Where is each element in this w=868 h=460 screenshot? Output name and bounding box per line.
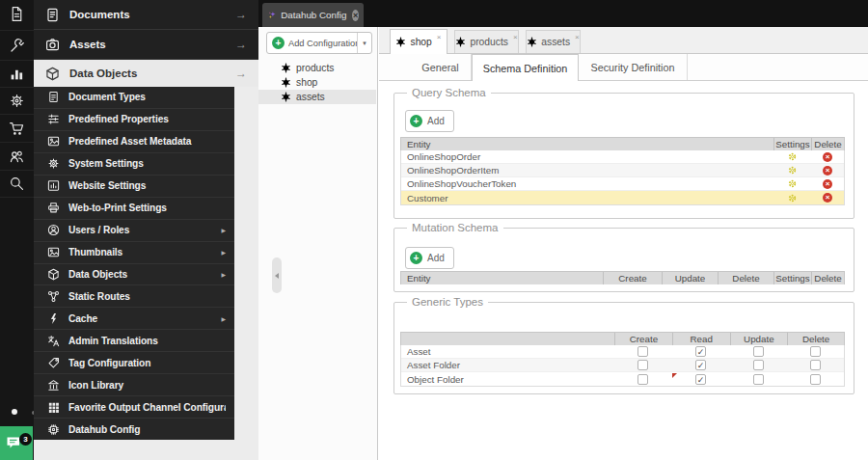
menu-item-tag-configuration[interactable]: Tag Configuration xyxy=(34,352,234,374)
menu-item-website-settings[interactable]: Website Settings xyxy=(34,176,234,198)
delete-checkbox[interactable] xyxy=(810,346,821,357)
table-row[interactable]: Asset Folder ✓ xyxy=(401,359,844,372)
tab-general[interactable]: General xyxy=(410,54,472,80)
column-header-update[interactable]: Update xyxy=(730,333,788,345)
menu-item-static-routes[interactable]: Static Routes xyxy=(34,285,234,308)
tab-schema-definition[interactable]: Schema Definition xyxy=(472,54,579,81)
menu-item-favorite-output-channel-configurations[interactable]: Favorite Output Channel Configurations xyxy=(34,396,234,419)
update-checkbox[interactable] xyxy=(753,346,764,357)
create-checkbox[interactable] xyxy=(637,360,648,370)
add-configuration-label: Add Configuration xyxy=(288,39,357,48)
menu-item-admin-translations[interactable]: Admin Translations xyxy=(34,330,234,352)
tab-security-definition[interactable]: Security Definition xyxy=(579,54,688,80)
sidebar-accordion: Documents Assets Data Objects xyxy=(34,0,258,87)
create-checkbox[interactable] xyxy=(637,374,648,385)
column-header-entity[interactable]: Entity xyxy=(401,138,773,150)
menu-item-data-objects[interactable]: Data Objects xyxy=(34,264,234,286)
generic-types-grid: Create Read Update Delete Asset ✓ xyxy=(400,332,845,387)
magnifier-icon[interactable] xyxy=(9,176,25,192)
column-header-entity[interactable]: Entity xyxy=(401,272,603,284)
column-header-delete[interactable]: Delete xyxy=(718,272,773,284)
delete-icon[interactable] xyxy=(823,166,832,176)
accordion-item-data-objects[interactable]: Data Objects xyxy=(34,60,258,87)
menu-item-document-types[interactable]: Document Types xyxy=(34,87,234,109)
create-checkbox[interactable] xyxy=(637,346,648,357)
table-row-selected[interactable]: Customer xyxy=(401,191,844,204)
close-icon[interactable] xyxy=(437,33,442,41)
wrench-icon[interactable] xyxy=(9,38,25,54)
delete-icon[interactable] xyxy=(823,152,832,162)
accordion-item-documents[interactable]: Documents xyxy=(34,0,258,30)
tab-products[interactable]: products xyxy=(454,30,519,53)
menu-item-predefined-properties[interactable]: Predefined Properties xyxy=(34,109,234,131)
menu-item-system-settings[interactable]: System Settings xyxy=(34,153,234,176)
notifications-button[interactable]: 3 xyxy=(0,426,33,460)
delete-icon[interactable] xyxy=(823,193,832,203)
table-row[interactable]: OnlineShopOrderItem xyxy=(401,164,844,177)
add-mutation-entity-button[interactable]: Add xyxy=(405,247,454,269)
tab-shop[interactable]: shop xyxy=(390,29,448,54)
user-group-icon[interactable] xyxy=(9,149,25,165)
accordion-item-assets[interactable]: Assets xyxy=(34,30,258,60)
tab-label: General xyxy=(421,62,458,73)
menu-item-datahub-config[interactable]: Datahub Config xyxy=(34,419,234,440)
shopping-cart-icon[interactable] xyxy=(9,121,25,137)
bar-chart-icon[interactable] xyxy=(9,66,25,82)
list-item-products[interactable]: products xyxy=(258,61,376,75)
list-item-shop[interactable]: shop xyxy=(258,75,376,90)
chevron-right-icon xyxy=(221,315,226,322)
close-icon[interactable] xyxy=(352,10,359,21)
tab-label: shop xyxy=(410,37,431,47)
settings-gear-icon[interactable] xyxy=(787,151,798,162)
column-header-update[interactable]: Update xyxy=(662,272,718,284)
add-configuration-button[interactable]: Add Configuration xyxy=(266,32,372,54)
menu-item-label: Predefined Asset Metadata xyxy=(68,136,226,147)
menu-item-web-to-print-settings[interactable]: Web-to-Print Settings xyxy=(34,198,234,220)
delete-checkbox[interactable] xyxy=(810,374,821,385)
collapse-panel-handle[interactable] xyxy=(272,257,282,293)
column-header-settings[interactable]: Settings xyxy=(773,138,811,150)
delete-icon[interactable] xyxy=(823,179,832,189)
add-button-label: Add xyxy=(427,253,445,263)
column-header-create[interactable]: Create xyxy=(603,272,662,284)
tab-datahub-config[interactable]: Datahub Config xyxy=(262,3,364,27)
table-row[interactable]: Asset ✓ xyxy=(401,345,844,359)
column-header-delete[interactable]: Delete xyxy=(787,333,844,345)
close-icon[interactable] xyxy=(575,33,580,41)
tab-assets[interactable]: assets xyxy=(526,30,581,53)
list-item-assets[interactable]: assets xyxy=(258,90,376,104)
menu-item-thumbnails[interactable]: Thumbnails xyxy=(34,242,234,264)
read-checkbox[interactable]: ✓ xyxy=(695,374,706,385)
read-checkbox[interactable]: ✓ xyxy=(695,346,706,357)
hexagram-icon xyxy=(281,63,291,73)
settings-gear-icon[interactable] xyxy=(787,165,798,176)
table-row[interactable]: OnlineShopOrder xyxy=(401,150,844,164)
update-checkbox[interactable] xyxy=(753,374,764,385)
settings-gear-icon[interactable] xyxy=(787,193,798,203)
column-header-delete[interactable]: Delete xyxy=(811,272,844,284)
menu-item-users-roles[interactable]: Users / Roles xyxy=(34,220,234,242)
close-icon[interactable] xyxy=(513,33,518,41)
column-header-type[interactable] xyxy=(401,333,614,345)
column-header-delete[interactable]: Delete xyxy=(811,138,844,150)
query-schema-fieldset: Query Schema Add Entity Settings Delete … xyxy=(393,93,854,219)
gear-icon[interactable] xyxy=(9,93,25,109)
documents-file-icon[interactable] xyxy=(9,6,25,22)
add-query-entity-button[interactable]: Add xyxy=(405,110,454,132)
column-header-read[interactable]: Read xyxy=(672,333,730,345)
table-row[interactable]: OnlineShopVoucherToken xyxy=(401,177,844,191)
column-header-settings[interactable]: Settings xyxy=(773,272,811,284)
menu-item-predefined-asset-metadata[interactable]: Predefined Asset Metadata xyxy=(34,131,234,153)
dropdown-button[interactable] xyxy=(357,33,371,53)
query-schema-grid: Entity Settings Delete OnlineShopOrder O… xyxy=(400,137,845,205)
column-header-create[interactable]: Create xyxy=(614,333,672,345)
menu-item-cache[interactable]: Cache xyxy=(34,308,234,330)
settings-gear-icon[interactable] xyxy=(787,178,798,189)
update-checkbox[interactable] xyxy=(753,360,764,370)
chevron-right-icon xyxy=(221,271,226,278)
menu-item-icon-library[interactable]: Icon Library xyxy=(34,374,234,396)
table-row[interactable]: Object Folder ✓ xyxy=(401,372,844,386)
delete-checkbox[interactable] xyxy=(810,360,821,370)
chevron-right-icon xyxy=(221,249,226,256)
read-checkbox[interactable]: ✓ xyxy=(695,360,706,370)
